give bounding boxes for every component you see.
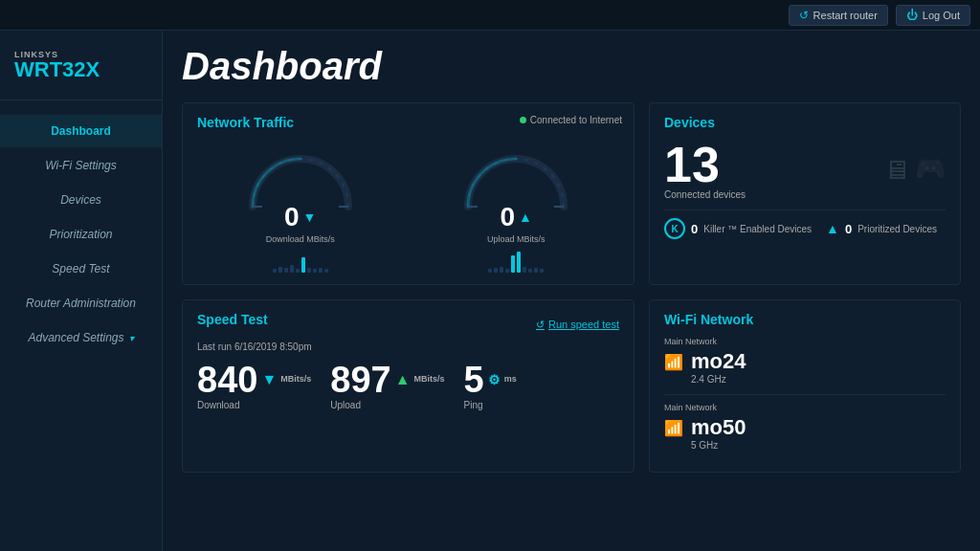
- killer-label: Killer ™ Enabled Devices: [703, 224, 812, 234]
- devices-main: 13 Connected devices 🖥 🎮: [664, 140, 946, 200]
- topbar: ↺ Restart router ⏻ Log Out: [0, 0, 980, 31]
- download-arrow-icon: ▼: [303, 209, 317, 225]
- restart-router-button[interactable]: ↺ Restart router: [789, 5, 888, 26]
- download-gauge-svg: [238, 140, 363, 211]
- prioritized-label: Prioritized Devices: [858, 224, 937, 234]
- download-gauge: 0 ▼ Download MBits/s: [238, 140, 363, 273]
- upload-gauge-svg: [454, 140, 578, 211]
- chevron-down-icon: ▾: [129, 333, 134, 343]
- sidebar-nav: Dashboard Wi-Fi Settings Devices Priorit…: [0, 110, 162, 359]
- sidebar-item-router-admin[interactable]: Router Administration: [0, 287, 162, 320]
- monitor-icon: 🖥: [883, 154, 910, 186]
- restart-icon: ↺: [799, 9, 809, 22]
- upload-value: 0 ▲: [501, 202, 532, 232]
- gamepad-icon: 🎮: [915, 154, 946, 186]
- last-run-label: Last run 6/16/2019 8:50pm: [197, 342, 619, 352]
- main-content: Dashboard Network Traffic Connected to I…: [163, 31, 980, 551]
- wifi-divider: [664, 394, 946, 395]
- bottom-panels-row: Speed Test ↺ Run speed test Last run 6/1…: [182, 299, 961, 473]
- wifi-5-ssid: mo50: [691, 415, 746, 440]
- wifi-network-panel: Wi-Fi Network Main Network 📶 mo24 2.4 GH…: [649, 299, 961, 473]
- sidebar-item-prioritization[interactable]: Prioritization: [0, 218, 162, 251]
- ping-speed-value: 5 ⚙ ms: [464, 362, 517, 398]
- upload-speed-value: 897 ▲ MBits/s: [330, 362, 444, 398]
- speedtest-header: Speed Test ↺ Run speed test: [197, 312, 619, 337]
- download-speed-arrow-icon: ▼: [261, 372, 277, 387]
- upload-gauge: 0 ▲ Upload MBits/s: [454, 140, 578, 273]
- download-speed-value: 840 ▼ MBits/s: [197, 362, 311, 398]
- logout-icon: ⏻: [906, 9, 918, 22]
- killer-badge-icon: K: [664, 218, 685, 239]
- wifi-24-ssid: mo24: [691, 349, 746, 374]
- ping-speed-item: 5 ⚙ ms Ping: [464, 362, 517, 410]
- wifi-24-section-label: Main Network: [664, 337, 946, 346]
- ping-label: Ping: [464, 400, 517, 410]
- network-traffic-panel: Network Traffic Connected to Internet: [182, 102, 635, 285]
- refresh-icon: ↺: [536, 319, 545, 331]
- upload-speed-arrow-icon: ▲: [395, 372, 411, 387]
- upload-mini-chart: [488, 249, 544, 273]
- prioritized-count: 0: [845, 222, 852, 236]
- wifi-network-24ghz: Main Network 📶 mo24 2.4 GHz: [664, 337, 946, 385]
- devices-count-block: 13 Connected devices: [664, 140, 746, 200]
- killer-stat: K 0 Killer ™ Enabled Devices: [664, 218, 812, 239]
- sidebar-item-devices[interactable]: Devices: [0, 184, 162, 216]
- page-title: Dashboard: [182, 45, 961, 88]
- speed-test-title: Speed Test: [197, 312, 268, 327]
- download-speed-label: Download: [197, 400, 311, 410]
- wifi-24-ssid-row: 📶 mo24: [664, 349, 946, 374]
- logout-button[interactable]: ⏻ Log Out: [896, 5, 970, 26]
- restart-label: Restart router: [813, 10, 878, 21]
- gauges-row: 0 ▼ Download MBits/s: [197, 140, 619, 273]
- wifi-5-section-label: Main Network: [664, 403, 946, 412]
- top-panels-row: Network Traffic Connected to Internet: [182, 102, 961, 285]
- devices-stats: K 0 Killer ™ Enabled Devices ▲ 0 Priorit…: [664, 209, 946, 239]
- sidebar-item-wifi-settings[interactable]: Wi-Fi Settings: [0, 149, 162, 182]
- download-value: 0 ▼: [284, 202, 316, 232]
- sidebar-item-speed-test[interactable]: Speed Test: [0, 253, 162, 285]
- ping-icon: ⚙: [488, 373, 501, 386]
- upload-speed-label: Upload: [330, 400, 444, 410]
- download-speed-item: 840 ▼ MBits/s Download: [197, 362, 311, 410]
- main-layout: LINKSYS WRT32X Dashboard Wi-Fi Settings …: [0, 31, 980, 551]
- devices-icons: 🖥 🎮: [883, 154, 946, 186]
- speed-results: 840 ▼ MBits/s Download 897 ▲: [197, 362, 619, 410]
- wifi-24-band: 2.4 GHz: [691, 374, 946, 385]
- wifi-24-icon: 📶: [664, 353, 683, 371]
- killer-count: 0: [691, 222, 698, 236]
- upload-arrow-icon: ▲: [519, 209, 532, 225]
- download-label: Download MBits/s: [266, 234, 335, 244]
- wifi-network-5ghz: Main Network 📶 mo50 5 GHz: [664, 403, 946, 451]
- speed-test-panel: Speed Test ↺ Run speed test Last run 6/1…: [182, 299, 635, 473]
- wifi-5-icon: 📶: [664, 419, 683, 437]
- sidebar-item-advanced[interactable]: Advanced Settings ▾: [0, 321, 162, 354]
- logout-label: Log Out: [923, 10, 960, 21]
- logo-wrt-accent: 32X: [62, 57, 100, 81]
- upload-speed-item: 897 ▲ MBits/s Upload: [330, 362, 444, 410]
- logo-wrt-plain: WRT: [14, 57, 62, 81]
- upload-label: Upload MBits/s: [487, 234, 546, 244]
- wifi-5-band: 5 GHz: [691, 440, 946, 451]
- wifi-network-title: Wi-Fi Network: [664, 312, 946, 327]
- logo-model: WRT32X: [14, 59, 147, 80]
- prioritized-arrow-icon: ▲: [826, 221, 839, 236]
- sidebar-logo: LINKSYS WRT32X: [0, 40, 162, 100]
- download-mini-chart: [273, 249, 328, 273]
- run-speed-test-button[interactable]: ↺ Run speed test: [536, 319, 619, 331]
- prioritized-stat: ▲ 0 Prioritized Devices: [826, 218, 937, 239]
- internet-status: Connected to Internet: [520, 115, 622, 125]
- sidebar: LINKSYS WRT32X Dashboard Wi-Fi Settings …: [0, 31, 163, 551]
- devices-panel: Devices 13 Connected devices 🖥 🎮: [649, 102, 961, 285]
- devices-connected-label: Connected devices: [664, 189, 746, 200]
- devices-panel-title: Devices: [664, 115, 946, 130]
- wifi-5-ssid-row: 📶 mo50: [664, 415, 946, 440]
- devices-count: 13: [664, 140, 746, 189]
- sidebar-item-dashboard[interactable]: Dashboard: [0, 115, 162, 147]
- status-dot-icon: [520, 117, 526, 123]
